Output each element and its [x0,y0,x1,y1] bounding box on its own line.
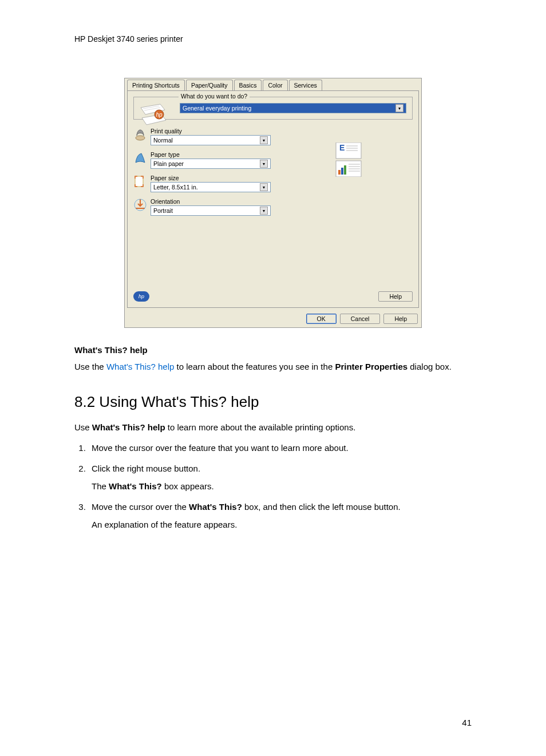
step-2-sub: The What's This? box appears. [92,479,472,494]
printer-properties-dialog: Printing Shortcuts Paper/Quality Basics … [124,78,422,328]
page-number: 41 [462,718,472,727]
whats-this-link[interactable]: What's This? help [106,362,174,371]
orientation-label: Orientation [151,198,271,205]
print-quality-label: Print quality [151,128,271,134]
tab-printing-shortcuts[interactable]: Printing Shortcuts [127,80,185,90]
tab-panel: hp What do you want to do? General every… [127,90,419,308]
hp-logo-icon: hp [133,291,149,302]
task-fieldset: hp What do you want to do? General every… [133,97,413,120]
text: Move the cursor over the [92,502,189,512]
option-paper-size: Paper size Letter, 8.5x11 in. ▾ [133,175,413,192]
instruction-list: Move the cursor over the feature that yo… [88,441,472,532]
tab-bottom-row: hp Help [133,291,413,302]
page-preview-icon: E [333,143,367,177]
tab-paper-quality[interactable]: Paper/Quality [186,80,233,90]
step-2: Click the right mouse button. The What's… [88,461,472,494]
step-1-text: Move the cursor over the feature that yo… [92,443,349,453]
svg-text:hp: hp [156,112,163,118]
text: box appears. [164,481,214,491]
text: box, and then click the left mouse butto… [244,502,401,512]
paper-size-dropdown[interactable]: Letter, 8.5x11 in. ▾ [151,182,271,192]
chevron-down-icon: ▾ [260,183,268,191]
text: The [92,481,109,491]
help-button[interactable]: Help [383,314,418,324]
tab-services[interactable]: Services [289,80,322,90]
svg-rect-15 [338,170,341,175]
ok-button[interactable]: OK [306,314,337,324]
text: dialog box. [410,362,452,371]
step-1: Move the cursor over the feature that yo… [88,441,472,456]
whats-this-bold: What's This? help [92,422,165,432]
whats-this-bold: What's This? [189,502,242,512]
orientation-icon [133,198,147,212]
whats-this-bold: What's This? [109,481,162,491]
task-dropdown-value: General everyday printing [183,105,251,112]
orientation-value: Portrait [153,207,173,214]
print-quality-icon [133,128,147,141]
paper-size-icon [133,175,147,188]
section-8-2-intro: Use What's This? help to learn more abou… [74,421,472,434]
printer-properties-bold: Printer Properties [335,362,407,371]
tab-help-button[interactable]: Help [378,291,413,302]
svg-point-6 [136,136,145,140]
tab-basics[interactable]: Basics [234,80,262,90]
option-print-quality: Print quality Normal ▾ [133,128,413,145]
paper-type-dropdown[interactable]: Plain paper ▾ [151,159,271,169]
svg-text:E: E [339,143,345,152]
orientation-dropdown[interactable]: Portrait ▾ [151,205,271,216]
paper-type-value: Plain paper [153,160,184,167]
chevron-down-icon: ▾ [260,160,268,168]
option-paper-type: Paper type Plain paper ▾ [133,151,413,169]
paper-size-label: Paper size [151,175,271,181]
print-quality-dropdown[interactable]: Normal ▾ [151,135,271,145]
paper-size-value: Letter, 8.5x11 in. [153,184,198,191]
option-orientation: Orientation Portrait ▾ [133,198,413,216]
step-3: Move the cursor over the What's This? bo… [88,500,472,532]
step-3-sub: An explanation of the feature appears. [92,517,472,532]
cancel-button[interactable]: Cancel [340,314,381,324]
print-quality-value: Normal [153,137,173,144]
whats-this-heading: What's This? help [74,345,472,355]
tab-color[interactable]: Color [263,80,287,90]
chevron-down-icon: ▾ [260,136,268,144]
section-8-2-heading: 8.2 Using What's This? help [74,393,472,411]
chevron-down-icon: ▾ [395,104,403,112]
svg-rect-7 [135,176,143,187]
text: to learn more about the available printi… [168,422,356,432]
text: Use [74,422,92,432]
paper-type-icon [133,151,147,165]
step-2-text: Click the right mouse button. [92,464,200,473]
page-header: HP Deskjet 3740 series printer [74,34,472,43]
paper-type-label: Paper type [151,151,271,158]
fieldset-legend: What do you want to do? [179,93,250,100]
dialog-button-row: OK Cancel Help [125,310,421,327]
text: Use the [74,362,106,371]
dialog-tabs: Printing Shortcuts Paper/Quality Basics … [125,78,421,90]
task-dropdown[interactable]: General everyday printing ▾ [180,103,406,113]
chevron-down-icon: ▾ [260,207,268,215]
text: to learn about the features you see in t… [177,362,335,371]
svg-rect-17 [344,165,346,175]
svg-rect-16 [341,168,343,175]
whats-this-paragraph: Use the What's This? help to learn about… [74,361,472,374]
